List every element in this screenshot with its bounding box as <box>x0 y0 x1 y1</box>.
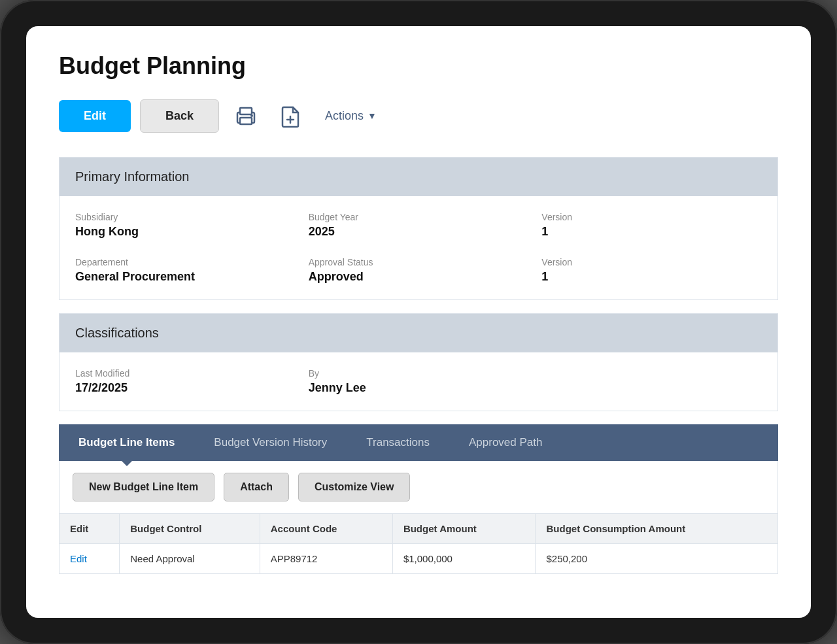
svg-rect-1 <box>240 108 252 114</box>
subsidiary-field: Subsidiary Hong Kong <box>75 212 296 239</box>
new-document-button[interactable] <box>273 98 308 133</box>
version-field-1: Version 1 <box>541 212 762 239</box>
col-budget-consumption-amount: Budget Consumption Amount <box>536 514 777 544</box>
budget-line-items-table: Edit Budget Control Account Code Budget … <box>60 514 777 573</box>
department-value: General Procurement <box>75 270 296 284</box>
version-label-1: Version <box>541 212 762 222</box>
new-budget-line-item-button[interactable]: New Budget Line Item <box>73 473 214 501</box>
tabs-bar: Budget Line Items Budget Version History… <box>59 424 778 461</box>
tab-budget-version-history[interactable]: Budget Version History <box>194 424 347 461</box>
device-frame: Budget Planning Edit Back <box>0 0 837 644</box>
print-button[interactable] <box>228 98 264 133</box>
customize-view-button[interactable]: Customize View <box>298 473 411 501</box>
col-budget-control: Budget Control <box>120 514 260 544</box>
page-title: Budget Planning <box>59 52 778 80</box>
approval-status-label: Approval Status <box>309 257 529 267</box>
primary-info-grid: Subsidiary Hong Kong Budget Year 2025 Ve… <box>60 196 777 299</box>
department-label: Departement <box>75 257 296 267</box>
cell-budget-amount: $1,000,000 <box>392 544 536 574</box>
department-field: Departement General Procurement <box>75 257 296 284</box>
classifications-header: Classifications <box>60 314 777 352</box>
actions-label: Actions <box>325 109 364 123</box>
version-value-1: 1 <box>541 225 762 239</box>
cell-account-code: APP89712 <box>260 544 392 574</box>
classifications-grid: Last Modified 17/2/2025 By Jenny Lee <box>60 352 777 411</box>
tab-content: New Budget Line Item Attach Customize Vi… <box>59 461 778 574</box>
approval-status-value: Approved <box>309 270 529 284</box>
col-edit: Edit <box>60 514 120 544</box>
subsidiary-value: Hong Kong <box>75 225 296 239</box>
budget-year-label: Budget Year <box>309 212 529 222</box>
by-value: Jenny Lee <box>309 381 529 395</box>
by-field: By Jenny Lee <box>309 368 529 395</box>
back-button[interactable]: Back <box>140 99 219 133</box>
budget-year-field: Budget Year 2025 <box>309 212 529 239</box>
subsidiary-label: Subsidiary <box>75 212 296 222</box>
cell-budget-consumption: $250,200 <box>536 544 777 574</box>
printer-icon <box>233 103 258 128</box>
primary-info-section: Primary Information Subsidiary Hong Kong… <box>59 157 778 300</box>
last-modified-value: 17/2/2025 <box>75 381 296 395</box>
toolbar: Edit Back <box>59 98 778 133</box>
classifications-section: Classifications Last Modified 17/2/2025 … <box>59 313 778 411</box>
edit-row-link[interactable]: Edit <box>70 553 87 564</box>
table-header-row: Edit Budget Control Account Code Budget … <box>60 514 777 544</box>
svg-point-3 <box>250 114 253 117</box>
budget-year-value: 2025 <box>309 225 529 239</box>
by-label: By <box>309 368 529 379</box>
attach-button[interactable]: Attach <box>224 473 289 501</box>
version-label-2: Version <box>541 257 762 267</box>
tab-transactions[interactable]: Transactions <box>347 424 449 461</box>
table-row: Edit Need Approval APP89712 $1,000,000 $… <box>60 544 777 574</box>
version-value-2: 1 <box>541 270 762 284</box>
last-modified-label: Last Modified <box>75 368 296 379</box>
screen: Budget Planning Edit Back <box>26 26 811 618</box>
actions-button[interactable]: Actions ▼ <box>317 104 384 128</box>
approval-status-field: Approval Status Approved <box>309 257 529 284</box>
version-field-2: Version 1 <box>541 257 762 284</box>
main-content: Budget Planning Edit Back <box>26 26 811 618</box>
col-budget-amount: Budget Amount <box>392 514 536 544</box>
col-account-code: Account Code <box>260 514 392 544</box>
tab-approved-path[interactable]: Approved Path <box>449 424 562 461</box>
tab-toolbar: New Budget Line Item Attach Customize Vi… <box>60 461 777 514</box>
edit-button[interactable]: Edit <box>59 100 131 132</box>
cell-budget-control: Need Approval <box>120 544 260 574</box>
chevron-down-icon: ▼ <box>367 110 377 121</box>
svg-rect-2 <box>240 118 252 124</box>
tab-budget-line-items[interactable]: Budget Line Items <box>59 424 194 461</box>
cell-edit[interactable]: Edit <box>60 544 120 574</box>
primary-info-header: Primary Information <box>60 158 777 196</box>
new-document-icon <box>278 103 303 128</box>
last-modified-field: Last Modified 17/2/2025 <box>75 368 296 395</box>
